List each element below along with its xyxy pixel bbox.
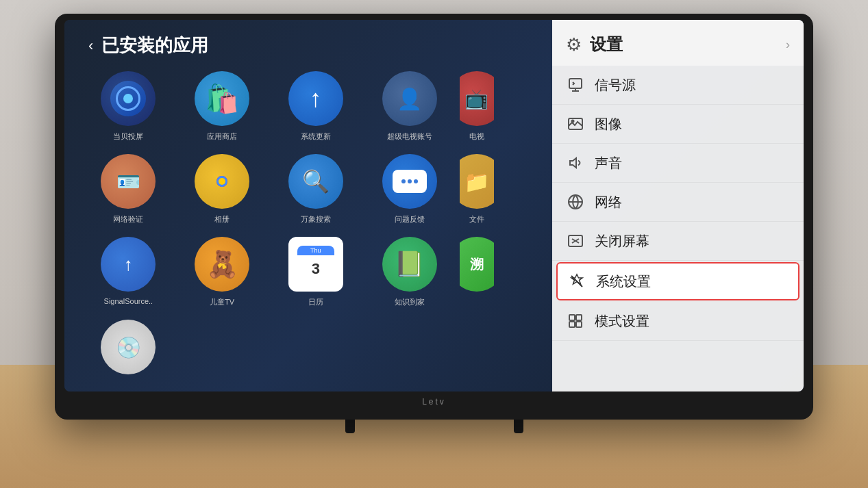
app-label-dangbei: 当贝投屏: [113, 131, 143, 142]
page-title: 已安装的应用: [101, 34, 208, 57]
app-label-knowledge: 知识到家: [395, 297, 425, 307]
menu-label-image: 图像: [595, 115, 622, 133]
settings-title: 设置: [590, 34, 623, 55]
app-signal[interactable]: ↑ SignalSource..: [85, 237, 172, 307]
app-label-children: 儿童TV: [210, 297, 234, 307]
app-label-calendar: 日历: [308, 297, 323, 307]
page-header: ‹ 已安装的应用: [85, 34, 554, 57]
back-arrow-icon[interactable]: ‹: [88, 37, 93, 55]
app-network-verify[interactable]: 🪪 网络验证: [85, 154, 172, 224]
app-feedback[interactable]: 问题反馈: [366, 154, 453, 224]
svg-rect-15: [569, 315, 575, 320]
menu-label-sound: 声音: [595, 154, 622, 172]
signal-source-icon: [566, 75, 585, 94]
svg-point-5: [219, 178, 225, 185]
mode-settings-icon: [566, 311, 585, 331]
sound-icon: [566, 153, 585, 172]
app-area: ‹ 已安装的应用: [64, 20, 567, 391]
network-icon: [566, 192, 585, 211]
menu-label-mode-settings: 模式设置: [595, 312, 649, 331]
settings-gear-icon: ⚙: [566, 34, 582, 55]
close-screen-icon: [566, 231, 585, 251]
menu-label-signal-source: 信号源: [595, 76, 636, 94]
app-partial3[interactable]: 溯: [460, 237, 494, 307]
app-label-feedback: 问题反馈: [395, 214, 425, 224]
app-label-appstore: 应用商店: [207, 131, 237, 142]
room-background: ‹ 已安装的应用: [0, 0, 868, 488]
app-photos[interactable]: 相册: [179, 154, 266, 224]
app-dangbei[interactable]: 当贝投屏: [85, 71, 172, 142]
svg-rect-16: [576, 315, 582, 320]
settings-header: ⚙ 设置 ›: [552, 20, 804, 66]
screen-content: ‹ 已安装的应用: [64, 20, 804, 391]
menu-item-network[interactable]: 网络: [552, 183, 804, 222]
tv-screen: ‹ 已安装的应用: [64, 20, 804, 391]
settings-menu: 信号源 图像: [552, 66, 804, 391]
app-label-account: 超级电视账号: [387, 131, 432, 142]
menu-item-system-settings[interactable]: 系统设置: [556, 262, 799, 300]
app-label-network-verify: 网络验证: [113, 214, 143, 224]
menu-label-system-settings: 系统设置: [596, 272, 651, 291]
app-label-photos: 相册: [214, 214, 230, 224]
svg-marker-9: [570, 158, 576, 168]
menu-label-close-screen: 关闭屏幕: [595, 232, 649, 251]
svg-rect-6: [569, 79, 582, 88]
app-children[interactable]: 🧸 儿童TV: [179, 237, 266, 307]
app-label-files: 文件: [469, 214, 484, 224]
app-label-tv: 电视: [469, 131, 484, 142]
app-knowledge[interactable]: 📗 知识到家: [366, 237, 453, 307]
app-search[interactable]: 🔍 万象搜索: [272, 154, 359, 224]
svg-rect-17: [569, 322, 575, 327]
image-icon: [566, 114, 585, 133]
app-files-partial[interactable]: 📁 文件: [460, 154, 494, 224]
menu-item-sound[interactable]: 声音: [552, 144, 804, 183]
menu-item-close-screen[interactable]: 关闭屏幕: [552, 222, 804, 261]
app-label-search: 万象搜索: [301, 214, 331, 224]
menu-item-signal-source[interactable]: 信号源: [552, 66, 804, 105]
svg-point-8: [572, 120, 574, 123]
svg-rect-18: [576, 322, 582, 327]
system-settings-icon: [567, 272, 586, 291]
settings-chevron-icon: ›: [786, 38, 790, 52]
app-grid: 当贝投屏 🛍️ 应用商店 ↑ 系统更新: [85, 71, 554, 380]
app-calendar[interactable]: Thu 3 日历: [272, 237, 359, 307]
menu-item-mode-settings[interactable]: 模式设置: [552, 302, 804, 341]
app-appstore[interactable]: 🛍️ 应用商店: [179, 71, 266, 142]
tv-brand: Letv: [422, 397, 446, 407]
settings-panel: ⚙ 设置 ›: [552, 20, 804, 391]
app-label-signal: SignalSource..: [104, 297, 153, 305]
app-bottom-partial[interactable]: 💿: [85, 320, 172, 380]
app-tv-partial[interactable]: 📺 电视: [460, 71, 494, 142]
app-label-update: 系统更新: [301, 131, 331, 142]
app-update[interactable]: ↑ 系统更新: [272, 71, 359, 142]
tv-body: ‹ 已安装的应用: [55, 14, 813, 420]
menu-item-image[interactable]: 图像: [552, 105, 804, 144]
menu-label-network: 网络: [595, 193, 622, 211]
app-account[interactable]: 👤 超级电视账号: [366, 71, 453, 142]
